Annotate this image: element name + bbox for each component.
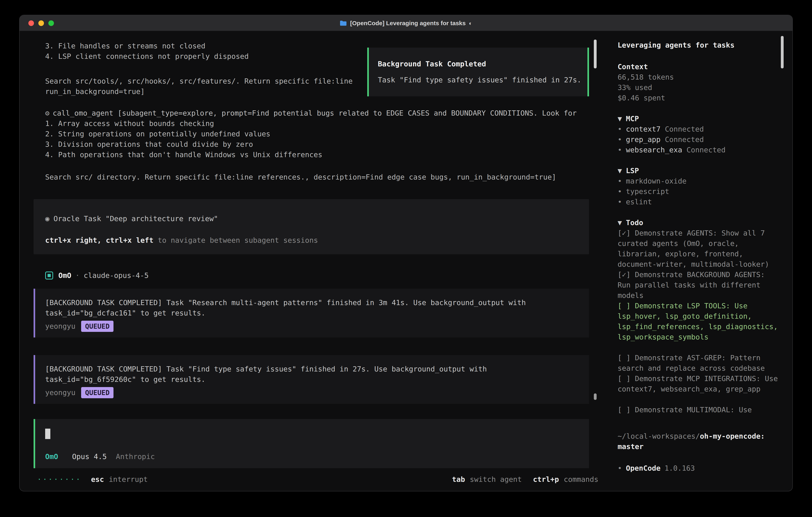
conversation-log: 3. File handles or streams not closed 4.… — [20, 31, 609, 471]
app-name: OpenCode — [626, 464, 661, 472]
oracle-task-panel: ◉Oracle Task "Deep architecture review" … — [34, 199, 589, 254]
close-button[interactable] — [28, 20, 34, 26]
todo-text: Demonstrate MCP INTEGRATIONS: Use contex… — [617, 374, 778, 393]
statusbar-left: ········ esc interrupt — [37, 475, 148, 483]
workspace-repo: oh-my-opencode: — [700, 432, 765, 440]
bullet-icon: • — [617, 145, 622, 154]
zoom-button[interactable] — [48, 20, 54, 26]
minimize-button[interactable] — [38, 20, 44, 26]
checkbox-empty-icon: [ ] — [617, 353, 631, 362]
message-meta: yeongyu QUEUED — [45, 321, 578, 332]
prompt-input[interactable]: OmO Opus 4.5 Anthropic — [34, 419, 589, 468]
message-line: task_id="bg_6f59260c" to get results. — [45, 374, 578, 385]
ctrlp-key-label: commands — [563, 475, 598, 483]
mcp-status: Connected — [665, 125, 704, 133]
statusbar: ········ esc interrupt tab switch agent … — [20, 471, 609, 491]
message-meta: yeongyu QUEUED — [45, 387, 578, 398]
bullet-icon: • — [617, 464, 622, 472]
lsp-item: •markdown-oxide — [617, 176, 781, 186]
screen: [OpenCode] Leveraging agents for tasks ◐… — [0, 0, 812, 517]
mcp-section: ▼MCP •context7 Connected •grep_app Conne… — [617, 113, 781, 155]
text-cursor — [45, 429, 50, 439]
version-number: 1.0.163 — [665, 464, 695, 472]
separator-dot: · — [75, 270, 80, 281]
window-title: [OpenCode] Leveraging agents for tasks ◐ — [20, 15, 792, 31]
message-author: yeongyu — [45, 321, 76, 331]
message-line: task_id="bg_dcfac161" to get results. — [45, 308, 578, 318]
tool-call-item: 4. Path operations that don't handle Win… — [45, 149, 589, 160]
ctrlp-key-hint: ctrl+p — [533, 475, 559, 483]
lsp-section: ▼LSP •markdown-oxide •typescript •eslint — [617, 166, 781, 207]
session-title: Leveraging agents for tasks — [617, 40, 781, 50]
terminal-window: [OpenCode] Leveraging agents for tasks ◐… — [19, 15, 793, 491]
hint-keys: ctrl+x right, ctrl+x left — [45, 236, 153, 244]
chat-pane: 3. File handles or streams not closed 4.… — [20, 31, 609, 491]
mcp-section-header[interactable]: ▼MCP — [617, 113, 781, 124]
context-tokens: 66,518 tokens — [617, 72, 781, 82]
gear-icon: ⚙ — [45, 109, 50, 117]
checkbox-empty-icon: [ ] — [617, 405, 631, 414]
window-title-text: [OpenCode] Leveraging agents for tasks — [350, 20, 466, 26]
workspace-dir: ~/local-workspaces/ — [617, 432, 700, 440]
navigation-hint: ctrl+x right, ctrl+x left to navigate be… — [45, 235, 578, 245]
esc-key-label: interrupt — [109, 475, 148, 483]
lsp-name: typescript — [626, 187, 669, 195]
sidebar-scrollbar-thumb[interactable] — [781, 36, 784, 69]
checkbox-empty-icon: [ ] — [617, 301, 631, 310]
mcp-status: Connected — [687, 145, 725, 154]
mcp-heading-text: MCP — [626, 114, 639, 123]
mcp-item: •websearch_exa Connected — [617, 145, 781, 155]
bullet-icon: • — [617, 187, 622, 195]
todo-item: [✓] Demonstrate BACKGROUND AGENTS: Run p… — [617, 270, 781, 301]
mcp-item: •grep_app Connected — [617, 134, 781, 145]
tool-call-list: 1. Array access without bounds checking … — [34, 118, 589, 160]
todo-text: Demonstrate AGENTS: Show all 7 curated a… — [617, 229, 769, 268]
chevron-down-icon: ▼ — [617, 114, 622, 123]
main-scrollbar-thumb-secondary[interactable] — [594, 393, 597, 400]
queued-badge: QUEUED — [81, 321, 114, 332]
lsp-item: •eslint — [617, 197, 781, 207]
checkbox-empty-icon: [ ] — [617, 374, 631, 383]
workspace-branch: master — [617, 442, 644, 451]
agent-header: OmO · claude-opus-4-5 — [45, 270, 589, 281]
todo-heading-text: Todo — [626, 218, 643, 227]
context-heading: Context — [617, 61, 781, 72]
tool-call-line: ⚙call_omo_agent [subagent_type=explore, … — [45, 108, 589, 118]
workspace-path: ~/local-workspaces/oh-my-opencode: maste… — [617, 431, 781, 452]
tool-call-footer: Search src/ directory. Return specific f… — [45, 172, 589, 182]
lsp-name: markdown-oxide — [626, 177, 687, 185]
oracle-icon: ◉ — [45, 214, 50, 223]
todo-section: ▼Todo [✓] Demonstrate AGENTS: Show all 7… — [617, 218, 781, 415]
message-line: [BACKGROUND TASK COMPLETED] Task "Resear… — [45, 298, 578, 308]
input-model-name: Opus 4.5 — [72, 452, 107, 461]
main-scrollbar-thumb[interactable] — [594, 39, 597, 69]
todo-text: Demonstrate MULTIMODAL: Use — [635, 405, 752, 414]
context-spent: $0.46 spent — [617, 93, 781, 103]
tool-call-text: call_omo_agent [subagent_type=explore, p… — [53, 109, 577, 117]
app-version: •OpenCode1.0.163 — [617, 463, 781, 473]
tab-key-label: switch agent — [470, 475, 522, 483]
folder-icon — [340, 20, 347, 26]
bullet-icon: • — [617, 135, 622, 143]
tab-key-hint: tab — [452, 475, 465, 483]
todo-item: [ ] Demonstrate AST-GREP: Pattern search… — [617, 353, 781, 374]
queued-badge: QUEUED — [81, 387, 114, 398]
todo-text: Demonstrate BACKGROUND AGENTS: Run paral… — [617, 270, 765, 299]
titlebar: [OpenCode] Leveraging agents for tasks ◐ — [20, 15, 792, 31]
lsp-section-header[interactable]: ▼LSP — [617, 166, 781, 176]
oracle-task-text: Oracle Task "Deep architecture review" — [54, 214, 218, 223]
todo-item: [ ] Demonstrate MCP INTEGRATIONS: Use co… — [617, 374, 781, 394]
sidebar: Leveraging agents for tasks Context 66,5… — [609, 31, 792, 491]
input-agent-name: OmO — [45, 452, 58, 461]
agent-icon — [45, 272, 53, 279]
todo-section-header[interactable]: ▼Todo — [617, 218, 781, 228]
oracle-task-title: ◉Oracle Task "Deep architecture review" — [45, 214, 578, 224]
checkbox-checked-icon: [✓] — [617, 229, 631, 237]
todo-item: [ ] Demonstrate MULTIMODAL: Use — [617, 405, 781, 415]
mcp-name: context7 — [626, 125, 661, 133]
todo-text: Demonstrate AST-GREP: Pattern search and… — [617, 353, 765, 372]
model-info-line: OmO Opus 4.5 Anthropic — [45, 452, 578, 462]
tool-call-item: 2. String operations on potentially unde… — [45, 129, 589, 139]
window-controls — [20, 20, 54, 26]
bullet-icon: • — [617, 177, 622, 185]
